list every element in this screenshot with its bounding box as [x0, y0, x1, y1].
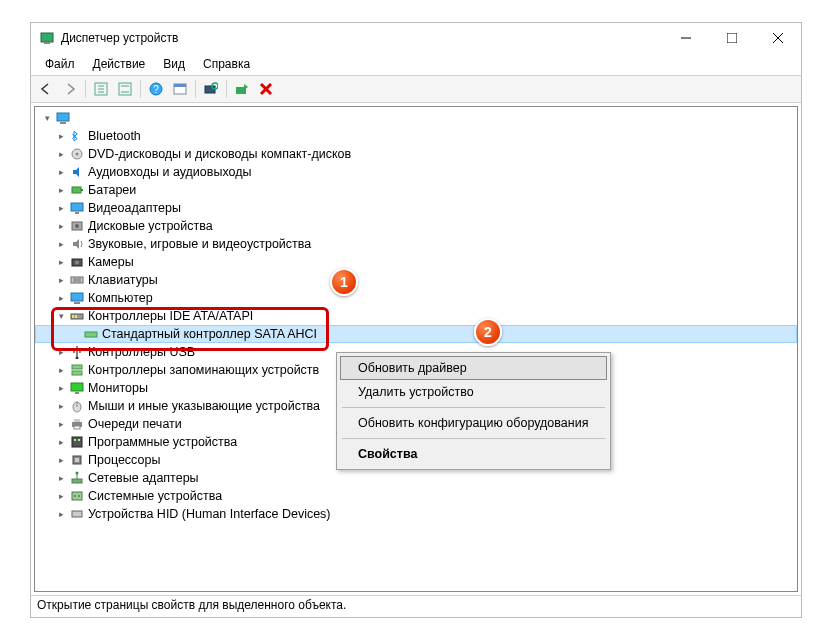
svg-rect-17	[205, 86, 215, 93]
app-icon	[39, 30, 55, 46]
computer-icon	[55, 110, 71, 126]
svg-rect-64	[72, 511, 82, 517]
minimize-button[interactable]	[663, 23, 709, 53]
window-controls	[663, 23, 801, 53]
back-button[interactable]	[35, 78, 57, 100]
svg-point-31	[75, 224, 79, 228]
svg-rect-51	[74, 419, 80, 422]
svg-rect-42	[85, 332, 97, 337]
context-properties[interactable]: Свойства	[340, 442, 607, 466]
tree-item[interactable]: ▸Клавиатуры	[35, 271, 797, 289]
svg-rect-61	[72, 492, 82, 500]
list-icon[interactable]	[114, 78, 136, 100]
svg-rect-55	[78, 439, 80, 441]
tree-item[interactable]: ▸Камеры	[35, 253, 797, 271]
svg-point-63	[78, 495, 80, 497]
svg-rect-46	[71, 383, 83, 391]
tree-item[interactable]: ▸Видеоадаптеры	[35, 199, 797, 217]
status-text: Открытие страницы свойств для выделенног…	[37, 598, 346, 612]
svg-rect-27	[81, 189, 83, 191]
svg-rect-3	[727, 33, 737, 43]
svg-rect-53	[72, 437, 82, 447]
update-driver-icon[interactable]	[231, 78, 253, 100]
software-icon	[69, 434, 85, 450]
menu-action[interactable]: Действие	[85, 55, 154, 73]
svg-rect-45	[72, 371, 82, 375]
svg-rect-10	[119, 83, 131, 95]
close-button[interactable]	[755, 23, 801, 53]
tree-item[interactable]: ▸DVD-дисководы и дисководы компакт-диско…	[35, 145, 797, 163]
uninstall-icon[interactable]	[255, 78, 277, 100]
ide-icon	[69, 308, 85, 324]
svg-point-33	[75, 261, 79, 265]
sata-icon	[83, 326, 99, 342]
device-manager-window: Диспетчер устройств Файл Действие Вид Сп…	[30, 22, 802, 618]
detail-icon[interactable]	[90, 78, 112, 100]
svg-point-43	[76, 357, 79, 360]
tree-item[interactable]: ▸Дисковые устройства	[35, 217, 797, 235]
tree-item[interactable]: ▸Сетевые адаптеры	[35, 469, 797, 487]
network-icon	[69, 470, 85, 486]
tree-root[interactable]: ▾	[35, 109, 797, 127]
hid-icon	[69, 506, 85, 522]
tree-ide-controllers[interactable]: ▾ Контроллеры IDE ATA/ATAPI	[35, 307, 797, 325]
context-menu: Обновить драйвер Удалить устройство Обно…	[336, 352, 611, 470]
svg-rect-57	[75, 458, 79, 462]
display-icon	[69, 200, 85, 216]
menubar: Файл Действие Вид Справка	[31, 53, 801, 75]
tree-item[interactable]: ▸Звуковые, игровые и видеоустройства	[35, 235, 797, 253]
device-tree[interactable]: ▾ ▸Bluetooth▸DVD-дисководы и дисководы к…	[34, 106, 798, 592]
tree-item[interactable]: ▸Системные устройства	[35, 487, 797, 505]
svg-rect-0	[41, 33, 53, 42]
context-scan-hardware[interactable]: Обновить конфигурацию оборудования	[340, 411, 607, 435]
context-remove-device[interactable]: Удалить устройство	[340, 380, 607, 404]
svg-rect-52	[74, 426, 80, 429]
tree-sata-ahci[interactable]: Стандартный контроллер SATA AHCI	[35, 325, 797, 343]
svg-rect-34	[71, 277, 83, 283]
tree-item[interactable]: ▸Устройства HID (Human Interface Devices…	[35, 505, 797, 523]
titlebar: Диспетчер устройств	[31, 23, 801, 53]
svg-rect-28	[71, 203, 83, 211]
menu-help[interactable]: Справка	[195, 55, 258, 73]
disk-icon	[69, 218, 85, 234]
statusbar: Открытие страницы свойств для выделенног…	[31, 595, 801, 617]
tree-item[interactable]: ▸Компьютер	[35, 289, 797, 307]
usb-icon	[69, 344, 85, 360]
svg-rect-29	[75, 212, 79, 214]
scan-icon[interactable]	[200, 78, 222, 100]
sound-icon	[69, 236, 85, 252]
toolbar: ?	[31, 75, 801, 103]
menu-file[interactable]: Файл	[37, 55, 83, 73]
svg-point-60	[76, 472, 79, 475]
help-icon[interactable]: ?	[145, 78, 167, 100]
printer-icon	[69, 416, 85, 432]
context-update-driver[interactable]: Обновить драйвер	[340, 356, 607, 380]
system-icon	[69, 488, 85, 504]
maximize-button[interactable]	[709, 23, 755, 53]
svg-rect-54	[74, 439, 76, 441]
svg-rect-26	[72, 187, 81, 193]
audio-icon	[69, 164, 85, 180]
storage-icon	[69, 362, 85, 378]
svg-rect-16	[174, 84, 186, 87]
tree-item[interactable]: ▸Bluetooth	[35, 127, 797, 145]
svg-rect-38	[74, 302, 80, 304]
properties-icon[interactable]	[169, 78, 191, 100]
forward-button[interactable]	[59, 78, 81, 100]
svg-rect-44	[72, 365, 82, 369]
window-title: Диспетчер устройств	[61, 31, 178, 45]
monitor-icon	[69, 380, 85, 396]
cpu-icon	[69, 452, 85, 468]
svg-rect-23	[60, 122, 66, 124]
battery-icon	[69, 182, 85, 198]
tree-item[interactable]: ▸Батареи	[35, 181, 797, 199]
svg-rect-40	[72, 315, 74, 318]
svg-rect-37	[71, 293, 83, 301]
tree-item[interactable]: ▸Аудиовходы и аудиовыходы	[35, 163, 797, 181]
menu-view[interactable]: Вид	[155, 55, 193, 73]
svg-rect-41	[75, 315, 77, 318]
svg-rect-1	[44, 42, 50, 44]
svg-point-25	[76, 153, 79, 156]
svg-text:?: ?	[153, 84, 159, 95]
computer-icon	[69, 290, 85, 306]
